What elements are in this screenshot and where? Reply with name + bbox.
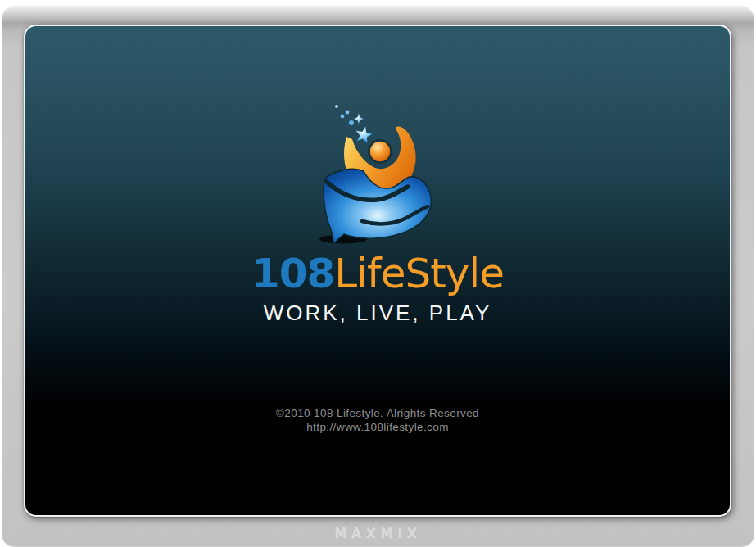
page-title: 108LifeStyle <box>251 252 504 296</box>
frame-brand-strip: MAXMIX <box>2 525 754 540</box>
sparkles-icon <box>335 105 374 144</box>
logo-orb <box>369 141 392 163</box>
copyright-block: ©2010 108 Lifestyle. Alrights Reserved h… <box>276 406 479 434</box>
tagline: WORK, LIVE, PLAY <box>264 301 492 325</box>
splash-panel: 108LifeStyle WORK, LIVE, PLAY ©2010 108 … <box>24 25 731 517</box>
figure-star-wave-logo-icon <box>316 92 439 247</box>
splash-window: 108LifeStyle WORK, LIVE, PLAY ©2010 108 … <box>2 5 754 547</box>
maxmix-wordmark: MAXMIX <box>334 526 421 540</box>
brand-name: LifeStyle <box>334 250 504 297</box>
website-url: http://www.108lifestyle.com <box>276 420 479 434</box>
copyright-line: ©2010 108 Lifestyle. Alrights Reserved <box>276 406 479 420</box>
brand-number: 108 <box>251 250 334 297</box>
